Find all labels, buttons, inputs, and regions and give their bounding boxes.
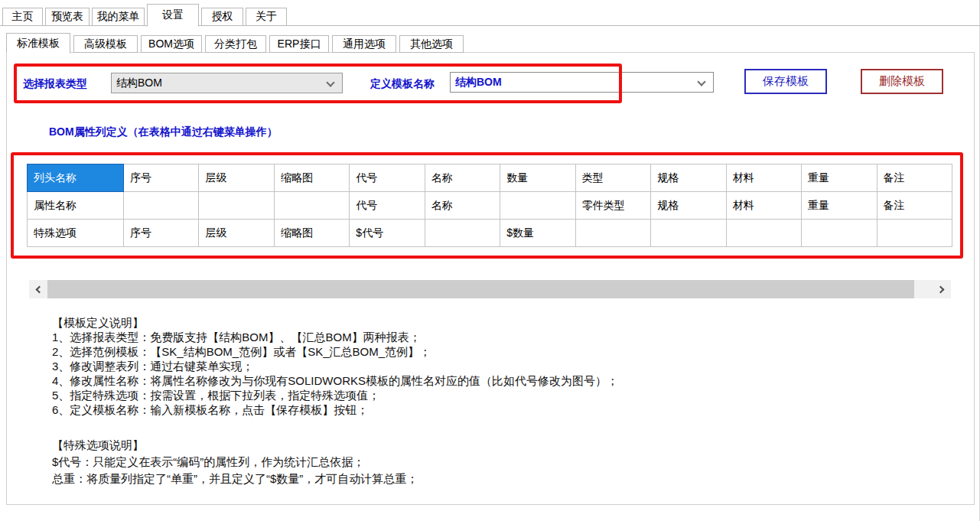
table-cell[interactable] <box>425 220 500 247</box>
scroll-right-button[interactable] <box>933 280 951 298</box>
tab-home[interactable]: 主页 <box>2 8 43 26</box>
instruction-line: 5、指定特殊选项：按需设置，根据下拉列表，指定特殊选项值； <box>52 388 618 402</box>
template-instructions-title: 【模板定义说明】 <box>52 315 618 330</box>
table-cell[interactable]: 层级 <box>199 220 274 247</box>
table-cell[interactable]: 层级 <box>199 164 274 192</box>
row-header-cell: 列头名称 <box>28 164 124 192</box>
app-window: 主页 预览表 我的菜单 设置 授权 关于 标准模板 高级模板 BOM选项 分类打… <box>0 0 980 521</box>
table-cell[interactable]: 备注 <box>877 164 952 192</box>
subtab-standard-template[interactable]: 标准模板 <box>6 33 70 54</box>
table-cell[interactable]: 规格 <box>651 192 726 220</box>
table-cell[interactable] <box>877 220 952 247</box>
table-cell[interactable] <box>726 220 801 247</box>
table-row: 特殊选项 序号 层级 缩略图 $代号 $数量 <box>28 220 952 247</box>
special-options-title: 【特殊选项说明】 <box>52 437 418 454</box>
chevron-down-icon <box>697 77 705 86</box>
top-tab-bar: 主页 预览表 我的菜单 设置 授权 关于 <box>2 3 287 26</box>
table-cell[interactable]: 零件类型 <box>575 192 650 220</box>
instruction-line: 1、选择报表类型：免费版支持【结构BOM】、【汇总BOM】两种报表； <box>52 330 618 344</box>
delete-template-button[interactable]: 删除模板 <box>861 69 943 94</box>
table-cell[interactable]: 类型 <box>575 164 650 192</box>
table-cell[interactable]: 重量 <box>802 164 877 192</box>
table-cell[interactable]: 材料 <box>726 164 801 192</box>
subtab-general-options[interactable]: 通用选项 <box>332 35 396 53</box>
table-cell[interactable]: 缩略图 <box>274 164 349 192</box>
table-cell[interactable]: 数量 <box>500 164 575 192</box>
chevron-right-icon <box>937 285 945 293</box>
template-instructions: 【模板定义说明】 1、选择报表类型：免费版支持【结构BOM】、【汇总BOM】两种… <box>52 315 618 417</box>
subtab-classify-pack[interactable]: 分类打包 <box>205 35 266 53</box>
tab-preview-table[interactable]: 预览表 <box>45 8 90 26</box>
bom-columns-grid: 列头名称 序号 层级 缩略图 代号 名称 数量 类型 规格 材料 重量 备注 属… <box>27 164 952 247</box>
horizontal-scrollbar[interactable] <box>29 280 951 298</box>
instruction-line: 3、修改调整表列：通过右键菜单实现； <box>52 359 618 373</box>
report-type-label: 选择报表类型 <box>23 77 87 91</box>
template-name-combobox[interactable]: 结构BOM <box>450 72 714 93</box>
instruction-line: $代号：只能定义在表示“编码”的属性列，作为统计汇总依据； <box>52 454 418 471</box>
instruction-line: 6、定义模板名称：输入新模板名称，点击【保存模板】按钮； <box>52 402 618 417</box>
table-cell[interactable]: 序号 <box>124 164 199 192</box>
table-cell[interactable]: 重量 <box>802 192 877 220</box>
special-options-instructions: 【特殊选项说明】 $代号：只能定义在表示“编码”的属性列，作为统计汇总依据； 总… <box>52 437 418 487</box>
table-cell[interactable]: 代号 <box>350 164 425 192</box>
subtab-other-options[interactable]: 其他选项 <box>399 35 464 53</box>
table-cell[interactable]: 名称 <box>425 192 500 220</box>
table-cell[interactable] <box>802 220 877 247</box>
table-cell[interactable] <box>274 192 349 220</box>
scroll-left-button[interactable] <box>29 280 47 298</box>
scrollbar-thumb[interactable] <box>47 280 914 298</box>
chevron-left-icon <box>36 285 44 293</box>
table-cell[interactable] <box>199 192 274 220</box>
bom-columns-section-title: BOM属性列定义（在表格中通过右键菜单操作） <box>49 125 278 139</box>
row-header-cell: 特殊选项 <box>28 220 124 247</box>
template-name-label: 定义模板名称 <box>370 77 435 91</box>
table-cell[interactable]: 规格 <box>651 164 726 192</box>
table-cell[interactable]: 序号 <box>124 220 199 247</box>
template-name-value: 结构BOM <box>455 76 502 90</box>
table-cell[interactable] <box>500 192 575 220</box>
table-cell[interactable]: 代号 <box>350 192 425 220</box>
tab-about[interactable]: 关于 <box>246 8 287 26</box>
table-cell[interactable]: 名称 <box>425 164 500 192</box>
table-cell[interactable]: 材料 <box>726 192 801 220</box>
tab-license[interactable]: 授权 <box>201 8 243 26</box>
sub-tab-bar: 标准模板 高级模板 BOM选项 分类打包 ERP接口 通用选项 其他选项 <box>6 32 464 53</box>
instruction-line: 2、选择范例模板：【SK_结构BOM_范例】或者【SK_汇总BOM_范例】； <box>52 344 618 359</box>
table-cell[interactable]: $代号 <box>350 220 425 247</box>
row-header-cell: 属性名称 <box>28 192 124 220</box>
table-cell[interactable]: $数量 <box>500 220 575 247</box>
table-cell[interactable] <box>124 192 199 220</box>
table-cell[interactable]: 备注 <box>877 192 952 220</box>
report-type-value: 结构BOM <box>116 77 162 90</box>
chevron-down-icon <box>326 78 334 86</box>
table-cell[interactable] <box>575 220 650 247</box>
instruction-line: 4、修改属性名称：将属性名称修改为与你现有SOLIDWORKS模板的属性名对应的… <box>52 373 618 388</box>
table-cell[interactable]: 缩略图 <box>274 220 349 247</box>
table-cell[interactable] <box>651 220 726 247</box>
table-row: 属性名称 代号 名称 零件类型 规格 材料 重量 备注 <box>28 192 952 220</box>
subtab-erp-interface[interactable]: ERP接口 <box>269 35 329 53</box>
tab-settings[interactable]: 设置 <box>147 4 199 27</box>
tab-my-menu[interactable]: 我的菜单 <box>92 8 145 26</box>
report-type-select[interactable]: 结构BOM <box>111 73 343 93</box>
table-row: 列头名称 序号 层级 缩略图 代号 名称 数量 类型 规格 材料 重量 备注 <box>28 164 952 192</box>
save-template-button[interactable]: 保存模板 <box>744 69 827 94</box>
instruction-line: 总重：将质量列指定了“单重”，并且定义了“$数量”，才可自动计算总重； <box>52 471 418 487</box>
subtab-bom-options[interactable]: BOM选项 <box>141 35 202 53</box>
subtab-advanced-template[interactable]: 高级模板 <box>73 35 138 53</box>
